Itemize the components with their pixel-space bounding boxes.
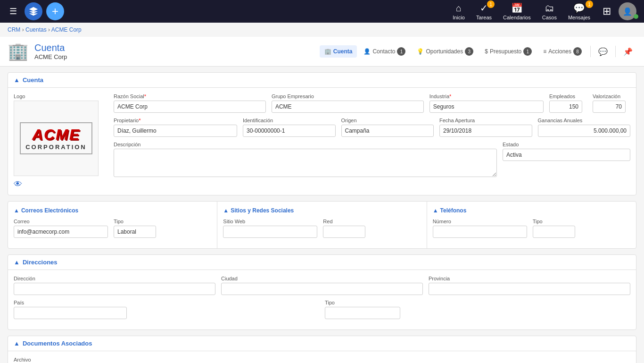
breadcrumb-crm[interactable]: CRM <box>8 26 20 33</box>
eye-icon[interactable]: 👁 <box>14 179 108 189</box>
sitios-header[interactable]: ▲ Sitios y Redes Sociales <box>223 207 421 214</box>
identificacion-input[interactable] <box>243 125 336 137</box>
tab-oportunidades-count: 3 <box>465 47 473 56</box>
fields-row-2: Propietario* Identificación Origen <box>114 118 630 137</box>
nav-inicio[interactable]: ⌂ Inicio <box>448 1 470 22</box>
hamburger-menu[interactable]: ☰ <box>6 4 21 18</box>
tab-cuenta[interactable]: 🏢 Cuenta <box>320 45 357 58</box>
numero-group: Número <box>433 219 527 238</box>
breadcrumb-cuentas[interactable]: Cuentas <box>25 26 47 33</box>
valorizacion-input[interactable] <box>593 101 626 113</box>
dir-tipo-input[interactable] <box>325 307 400 319</box>
correo-input[interactable] <box>14 226 108 238</box>
page-header-text: Cuenta ACME Corp <box>34 42 67 60</box>
nav-casos[interactable]: 🗂 Casos <box>537 1 561 22</box>
top-navigation: ☰ + ⌂ Inicio 1 ✓ Tareas 📅 Calendarios 🗂 … <box>0 0 644 23</box>
tab-contacto[interactable]: 👤 Contacto 1 <box>359 44 410 59</box>
sitio-web-input[interactable] <box>223 226 317 238</box>
correo-group: Correo <box>14 219 108 238</box>
numero-input[interactable] <box>433 226 527 238</box>
industria-label: Industria* <box>429 93 544 99</box>
estado-label: Estado <box>503 142 630 147</box>
inicio-icon: ⌂ <box>456 3 462 14</box>
documentos-header[interactable]: ▲ Documentos Asociados <box>8 336 636 351</box>
correo-tipo-input[interactable] <box>114 226 156 238</box>
correos-fields: Correo Tipo <box>14 219 211 238</box>
correos-header[interactable]: ▲ Correos Electrónicos <box>14 207 211 214</box>
tareas-badge: 1 <box>487 0 495 8</box>
ganancias-input[interactable] <box>538 125 631 137</box>
grid-icon[interactable]: ⊞ <box>599 5 615 17</box>
correo-label: Correo <box>14 219 108 224</box>
tab-presupuesto[interactable]: $ Presupuesto 1 <box>480 44 537 59</box>
fecha-apertura-group: Fecha Apertura <box>439 118 532 137</box>
nav-inicio-label: Inicio <box>453 15 465 20</box>
empleados-group: Empleados <box>549 93 587 113</box>
nav-mensajes-label: Mensajes <box>568 15 590 20</box>
telefonos-header[interactable]: ▲ Teléfonos <box>433 207 630 214</box>
pin-icon[interactable]: 📌 <box>619 44 636 59</box>
tab-oportunidades-icon: 💡 <box>417 48 424 55</box>
tel-tipo-group: Tipo <box>533 219 575 238</box>
direcciones-title: Direcciones <box>23 259 58 266</box>
account-icon: 🏢 <box>8 42 29 61</box>
tab-cuenta-label: Cuenta <box>333 48 353 55</box>
nav-logo <box>25 2 42 20</box>
fields-row-1: Razón Social* Grupo Empresario Industria… <box>114 93 630 113</box>
fields-column: Razón Social* Grupo Empresario Industria… <box>114 93 630 189</box>
pais-input[interactable] <box>14 307 127 319</box>
tab-acciones[interactable]: ≡ Acciones 8 <box>538 44 586 59</box>
red-input[interactable] <box>323 226 365 238</box>
grupo-empresario-input[interactable] <box>272 101 424 113</box>
logo-label: Logo <box>14 93 108 99</box>
origen-input[interactable] <box>341 125 434 137</box>
breadcrumb: CRM › Cuentas › ACME Corp <box>0 23 644 37</box>
pais-group: País <box>14 300 319 319</box>
correo-tipo-group: Tipo <box>114 219 156 238</box>
collapse-icon: ▲ <box>14 76 20 84</box>
ganancias-label: Ganancias Anuales <box>538 118 631 123</box>
empleados-input[interactable] <box>549 101 582 113</box>
documentos-body: Archivo <box>8 351 636 363</box>
dir-tipo-label: Tipo <box>325 300 630 305</box>
tab-contacto-count: 1 <box>397 47 405 56</box>
origen-group: Origen <box>341 118 434 137</box>
tab-contacto-label: Contacto <box>372 48 395 55</box>
tab-acciones-icon: ≡ <box>543 48 546 55</box>
nav-tareas[interactable]: 1 ✓ Tareas <box>471 0 496 22</box>
tab-presupuesto-count: 1 <box>523 47 532 56</box>
industria-input[interactable] <box>429 101 544 113</box>
correos-collapse-icon: ▲ <box>14 207 19 214</box>
tab-presupuesto-label: Presupuesto <box>490 48 521 55</box>
cuenta-section-header[interactable]: ▲ Cuenta <box>8 73 636 88</box>
nav-mensajes[interactable]: 1 💬 Mensajes <box>563 0 595 22</box>
direccion-input[interactable] <box>14 283 215 295</box>
chat-icon[interactable]: 💬 <box>594 44 611 59</box>
cuenta-section-body: Logo ACME CORPORATION 👁 <box>8 88 636 195</box>
tel-tipo-input[interactable] <box>533 226 575 238</box>
red-label: Red <box>323 219 365 224</box>
sitios-collapse-icon: ▲ <box>223 207 229 214</box>
add-button[interactable]: + <box>46 2 64 20</box>
page-header-tabs: 🏢 Cuenta 👤 Contacto 1 💡 Oportunidades 3 … <box>320 44 636 59</box>
razon-social-input[interactable] <box>114 101 266 113</box>
grupo-empresario-label: Grupo Empresario <box>272 93 424 99</box>
descripcion-input[interactable] <box>114 149 497 177</box>
tab-oportunidades[interactable]: 💡 Oportunidades 3 <box>412 44 478 59</box>
fecha-apertura-input[interactable] <box>439 125 532 137</box>
direcciones-header[interactable]: ▲ Direcciones <box>8 255 636 270</box>
nav-calendarios-label: Calendarios <box>503 15 531 20</box>
estado-input[interactable] <box>503 149 630 161</box>
corp-text: CORPORATION <box>25 144 87 151</box>
direccion-group: Dirección <box>14 276 215 295</box>
nav-calendarios[interactable]: 📅 Calendarios <box>498 0 536 22</box>
provincia-input[interactable] <box>429 283 630 295</box>
archivo-group: Archivo <box>14 357 630 363</box>
direcciones-row-1: Dirección Ciudad Provincia <box>14 276 630 295</box>
header-divider <box>590 46 591 57</box>
breadcrumb-current[interactable]: ACME Corp <box>51 26 82 33</box>
propietario-input[interactable] <box>114 125 237 137</box>
direcciones-collapse-icon: ▲ <box>14 259 20 266</box>
ciudad-input[interactable] <box>221 283 423 295</box>
tab-contacto-icon: 👤 <box>363 48 371 55</box>
